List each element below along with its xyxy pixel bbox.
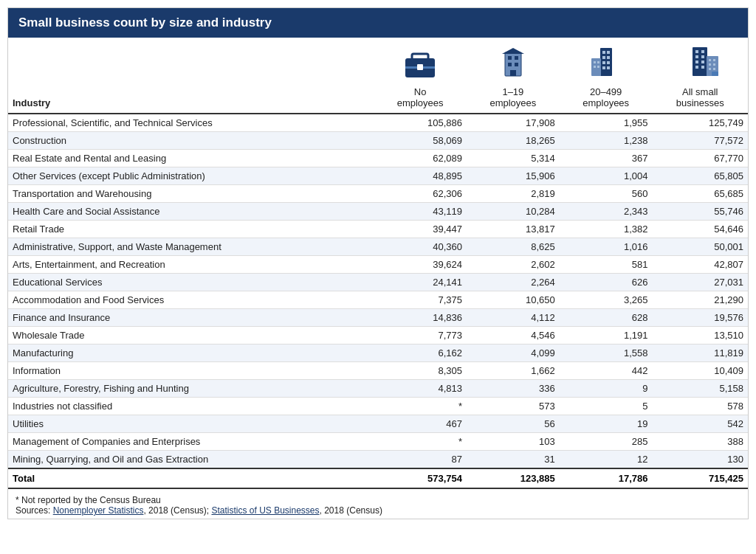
data-cell-2: 10,650 bbox=[467, 291, 560, 309]
industry-header-icon-cell bbox=[8, 38, 374, 85]
col1-line2: employees bbox=[397, 97, 444, 108]
data-cell-4: 578 bbox=[653, 398, 748, 415]
svg-rect-36 bbox=[709, 59, 711, 61]
data-cell-4: 21,290 bbox=[653, 291, 748, 309]
data-cell-3: 367 bbox=[560, 150, 653, 167]
data-cell-2: 31 bbox=[467, 451, 560, 469]
table-row: Utilities4675619542 bbox=[8, 415, 748, 433]
table-row: Retail Trade39,44713,8171,38254,646 bbox=[8, 221, 748, 238]
table-row: Management of Companies and Enterprises*… bbox=[8, 433, 748, 451]
svg-rect-1 bbox=[412, 54, 428, 61]
data-cell-1: 105,886 bbox=[374, 114, 467, 132]
footnote-not-reported: * Not reported by the Census Bureau bbox=[16, 495, 740, 505]
data-table: Industry No employees 1–19 employees 20–… bbox=[8, 38, 748, 489]
table-row: Information8,3051,66244210,409 bbox=[8, 362, 748, 380]
data-cell-3: 442 bbox=[560, 362, 653, 380]
data-cell-1: 48,895 bbox=[374, 167, 467, 185]
data-cell-3: 9 bbox=[560, 380, 653, 398]
data-cell-1: 8,305 bbox=[374, 362, 467, 380]
data-cell-4: 65,805 bbox=[653, 167, 748, 185]
data-cell-4: 27,031 bbox=[653, 274, 748, 291]
svg-rect-7 bbox=[515, 56, 518, 60]
svg-rect-9 bbox=[515, 63, 518, 66]
svg-rect-33 bbox=[695, 66, 698, 69]
data-cell-4: 55,746 bbox=[653, 203, 748, 221]
data-cell-4: 130 bbox=[653, 451, 748, 469]
total-c4: 715,425 bbox=[653, 468, 748, 488]
svg-rect-28 bbox=[701, 50, 704, 53]
industry-cell: Administrative, Support, and Waste Manag… bbox=[8, 238, 374, 256]
data-cell-3: 1,558 bbox=[560, 344, 653, 362]
data-cell-4: 54,646 bbox=[653, 221, 748, 238]
svg-rect-15 bbox=[602, 56, 605, 59]
total-label: Total bbox=[8, 468, 374, 488]
table-row: Other Services (except Public Administra… bbox=[8, 167, 748, 185]
1-19-employees-icon-cell bbox=[467, 38, 560, 85]
svg-rect-37 bbox=[713, 59, 715, 61]
data-cell-1: 62,306 bbox=[374, 185, 467, 203]
svg-marker-11 bbox=[502, 48, 524, 54]
industry-cell: Other Services (except Public Administra… bbox=[8, 167, 374, 185]
svg-rect-22 bbox=[594, 61, 596, 63]
industry-cell: Arts, Entertainment, and Recreation bbox=[8, 256, 374, 274]
industry-cell: Mining, Quarrying, and Oil and Gas Extra… bbox=[8, 451, 374, 469]
industry-cell: Management of Companies and Enterprises bbox=[8, 433, 374, 451]
data-cell-4: 388 bbox=[653, 433, 748, 451]
data-cell-2: 2,602 bbox=[467, 256, 560, 274]
table-row: Transportation and Warehousing62,3062,81… bbox=[8, 185, 748, 203]
table-body: Professional, Scientific, and Technical … bbox=[8, 114, 748, 468]
data-cell-3: 1,238 bbox=[560, 132, 653, 150]
table-row: Professional, Scientific, and Technical … bbox=[8, 114, 748, 132]
col4-line1: All small bbox=[682, 86, 718, 97]
data-cell-3: 1,955 bbox=[560, 114, 653, 132]
data-cell-4: 19,576 bbox=[653, 309, 748, 327]
industry-cell: Educational Services bbox=[8, 274, 374, 291]
data-cell-4: 13,510 bbox=[653, 327, 748, 344]
data-cell-3: 12 bbox=[560, 451, 653, 469]
col4-header: All small businesses bbox=[653, 85, 748, 114]
data-cell-2: 5,314 bbox=[467, 150, 560, 167]
data-cell-1: 4,813 bbox=[374, 380, 467, 398]
data-cell-3: 581 bbox=[560, 256, 653, 274]
svg-rect-27 bbox=[695, 50, 698, 53]
data-cell-4: 42,807 bbox=[653, 256, 748, 274]
footnote-sources-suffix: , 2018 (Census) bbox=[320, 505, 382, 516]
nonemployer-statistics-link[interactable]: Nonemployer Statistics bbox=[53, 505, 144, 516]
data-cell-2: 13,817 bbox=[467, 221, 560, 238]
industry-cell: Manufacturing bbox=[8, 344, 374, 362]
data-cell-3: 19 bbox=[560, 415, 653, 433]
col3-header: 20–499 employees bbox=[560, 85, 653, 114]
svg-rect-34 bbox=[701, 66, 704, 69]
data-cell-1: 467 bbox=[374, 415, 467, 433]
data-cell-4: 125,749 bbox=[653, 114, 748, 132]
svg-rect-21 bbox=[591, 58, 601, 76]
col1-header: No employees bbox=[374, 85, 467, 114]
data-cell-4: 65,685 bbox=[653, 185, 748, 203]
svg-rect-6 bbox=[508, 56, 512, 60]
data-cell-4: 67,770 bbox=[653, 150, 748, 167]
data-cell-2: 4,546 bbox=[467, 327, 560, 344]
total-c3: 17,786 bbox=[560, 468, 653, 488]
table-wrapper: Industry No employees 1–19 employees 20–… bbox=[8, 38, 748, 489]
large-building-icon bbox=[679, 45, 721, 80]
svg-rect-30 bbox=[701, 55, 704, 58]
small-building-icon bbox=[495, 45, 532, 80]
col2-line2: employees bbox=[489, 97, 536, 108]
table-row: Accommodation and Food Services7,37510,6… bbox=[8, 291, 748, 309]
industry-cell: Real Estate and Rental and Leasing bbox=[8, 150, 374, 167]
industry-cell: Accommodation and Food Services bbox=[8, 291, 374, 309]
svg-rect-23 bbox=[597, 61, 599, 63]
data-cell-1: 62,089 bbox=[374, 150, 467, 167]
table-row: Arts, Entertainment, and Recreation39,62… bbox=[8, 256, 748, 274]
data-cell-3: 560 bbox=[560, 185, 653, 203]
table-row: Industries not classified*5735578 bbox=[8, 398, 748, 415]
data-cell-1: 39,624 bbox=[374, 256, 467, 274]
svg-rect-14 bbox=[607, 51, 610, 54]
data-cell-4: 542 bbox=[653, 415, 748, 433]
us-businesses-link[interactable]: Statistics of US Businesses bbox=[211, 505, 319, 516]
table-row: Real Estate and Rental and Leasing62,089… bbox=[8, 150, 748, 167]
data-cell-1: 6,162 bbox=[374, 344, 467, 362]
data-cell-2: 2,264 bbox=[467, 274, 560, 291]
svg-rect-41 bbox=[713, 68, 715, 70]
data-cell-2: 8,625 bbox=[467, 238, 560, 256]
